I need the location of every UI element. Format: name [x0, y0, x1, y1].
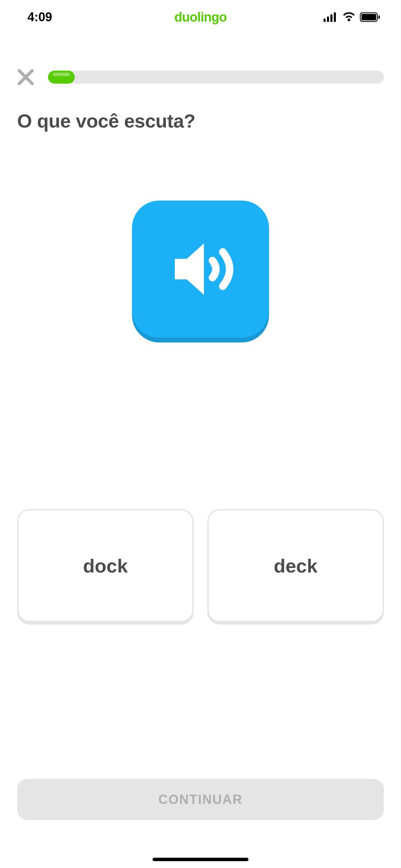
status-time: 4:09: [27, 10, 52, 24]
wifi-icon: [342, 12, 356, 22]
progress-bar: [48, 71, 384, 84]
lesson-header: [0, 69, 401, 86]
svg-rect-6: [378, 15, 380, 19]
close-icon: [17, 69, 34, 86]
status-bar: 4:09 duolingo: [0, 0, 401, 34]
play-audio-button[interactable]: [132, 201, 269, 338]
progress-fill: [48, 71, 75, 84]
svg-rect-2: [330, 14, 332, 22]
question-title: O que você escuta?: [0, 110, 401, 132]
option-card-1[interactable]: dock: [17, 509, 194, 622]
option-label: dock: [83, 555, 128, 577]
app-name-logo: duolingo: [174, 10, 227, 25]
home-indicator: [153, 858, 248, 861]
svg-rect-1: [327, 16, 329, 22]
svg-rect-3: [334, 12, 336, 22]
option-card-2[interactable]: deck: [207, 509, 384, 622]
close-button[interactable]: [17, 69, 34, 86]
speaker-icon: [159, 228, 242, 310]
options-row: dock deck: [0, 509, 401, 622]
option-label: deck: [274, 555, 318, 577]
continue-button[interactable]: CONTINUAR: [17, 779, 384, 820]
svg-rect-0: [324, 19, 326, 22]
status-indicators: [324, 12, 380, 22]
svg-rect-5: [362, 14, 376, 21]
battery-icon: [360, 12, 380, 22]
cellular-icon: [324, 12, 338, 22]
footer-area: CONTINUAR: [17, 779, 384, 820]
speaker-container: [0, 201, 401, 338]
